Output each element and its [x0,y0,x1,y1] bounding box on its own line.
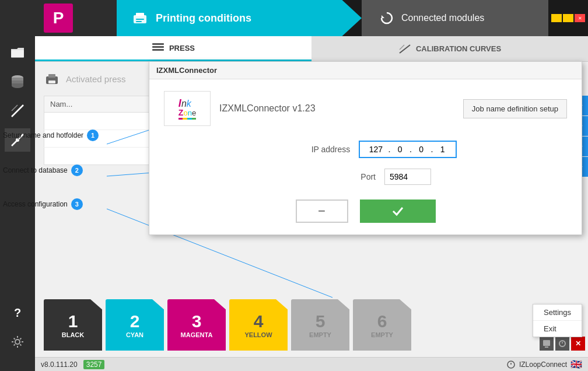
card-label-4: YELLOW [244,331,272,338]
card-label-6: EMPTY [371,331,393,338]
ip-dot-2: . [410,144,412,155]
status-bar: v8.0.111.20 3257 IZLoopConnect 🇬🇧 [35,357,588,371]
connected-modules-label: Connected modules [401,13,484,23]
dialog-body: I n k Z o n e [149,79,582,235]
card-number-5: 5 [316,312,326,331]
dialog-footer: − [164,200,567,223]
status-icon [506,360,516,369]
izxml-dialog: IZXMLConnector I n k Z o [149,61,582,235]
card-number-4: 4 [254,312,264,331]
context-menu-exit[interactable]: Exit [533,321,582,337]
activated-press-label: Activated press [66,74,126,84]
minimize-button[interactable] [551,14,562,22]
card-label-5: EMPTY [309,331,331,338]
sidebar-gear-icon[interactable] [5,330,30,354]
color-card-empty-2[interactable]: 6 EMPTY [353,299,411,351]
color-card-yellow[interactable]: 4 YELLOW [229,299,288,351]
logo-badge: P [44,4,73,33]
svg-line-16 [400,45,404,50]
dialog-header-row: I n k Z o n e [164,91,567,126]
svg-rect-3 [136,21,142,22]
port-label: Port [300,172,376,181]
dialog-minus-button[interactable]: − [296,200,348,223]
svg-rect-23 [543,340,550,346]
color-card-empty-1[interactable]: 5 EMPTY [291,299,349,351]
minus-icon: − [318,204,326,219]
sidebar: ? [0,36,35,371]
sidebar-folder-icon[interactable] [5,41,30,64]
dialog-title: IZXMLConnector [149,62,582,79]
card-label-3: MAGENTA [181,331,213,338]
app-version-area: IZXMLConnector v1.23 [219,103,454,114]
tray-icon-1[interactable] [540,337,554,351]
color-card-magenta[interactable]: 3 MAGENTA [167,299,226,351]
inkzone-logo: I n k Z o n e [164,91,211,126]
refresh-icon [379,10,394,26]
sidebar-calibration1-icon[interactable] [5,99,30,123]
context-menu: Settings Exit [533,304,582,337]
svg-rect-19 [48,80,55,83]
status-izloop: IZLoopConnect [519,360,567,369]
hotfolder-icon [10,132,25,148]
port-row: Port [164,169,567,185]
card-number-2: 2 [130,312,140,331]
printing-icon [131,9,149,27]
ip-field-4[interactable] [435,145,451,154]
connected-modules-tab[interactable]: Connected modules [362,0,548,36]
maximize-button[interactable] [563,14,573,22]
window-controls: ✕ [548,0,588,36]
sidebar-database-icon[interactable] [5,70,30,93]
status-right: IZLoopConnect 🇬🇧 [506,359,582,370]
sub-tabs: PRESS CALIBRATION CURVES [35,36,588,62]
ip-field-1[interactable] [365,145,387,154]
card-label-2: CYAN [126,331,144,338]
press-tab[interactable]: PRESS [35,36,312,61]
ip-field-2[interactable] [392,145,408,154]
svg-rect-13 [152,46,164,48]
svg-rect-24 [545,346,548,348]
context-menu-settings[interactable]: Settings [533,304,582,321]
flag-icon: 🇬🇧 [570,359,582,370]
tray-icon-2[interactable] [555,337,569,351]
printing-conditions-label: Printing conditions [156,12,251,24]
color-cards: 1 BLACK 2 CYAN 3 MAGENTA 4 [44,299,411,351]
status-number: 3257 [83,360,105,369]
tray-icon-3[interactable]: ✕ [571,337,585,351]
ip-input-group: . . . [359,141,456,158]
card-number-6: 6 [377,312,387,331]
svg-rect-18 [48,74,55,78]
close-button[interactable]: ✕ [575,14,585,22]
dialog-confirm-button[interactable] [360,200,436,223]
svg-rect-2 [136,19,144,20]
ip-dot-3: . [430,144,433,155]
sidebar-hotfolder-icon[interactable] [5,128,30,152]
logo-area: P [0,0,117,36]
sidebar-help-icon[interactable]: ? [5,301,30,324]
card-number-1: 1 [68,312,78,331]
press-tab-label: PRESS [169,44,195,52]
ip-field-3[interactable] [413,145,429,154]
header: P Printing conditions Connected modules … [0,0,588,36]
status-version: v8.0.111.20 [41,360,78,369]
svg-rect-12 [152,43,164,45]
press-tab-icon [152,43,164,53]
printer-icon [44,71,60,87]
tray-icons: ✕ [540,337,585,351]
svg-point-10 [16,138,19,142]
color-card-cyan[interactable]: 2 CYAN [106,299,164,351]
svg-point-11 [15,340,20,344]
svg-rect-5 [11,50,24,58]
color-card-black[interactable]: 1 BLACK [44,299,102,351]
job-name-button[interactable]: Job name definition setup [463,99,567,118]
calibration-tab-icon [398,44,411,54]
card-number-3: 3 [192,312,202,331]
card-label-1: BLACK [62,331,85,338]
svg-marker-4 [382,15,384,18]
folder-icon [9,44,26,61]
port-input[interactable] [384,169,431,185]
svg-line-7 [12,105,23,117]
calibration-tab-label: CALIBRATION CURVES [416,44,501,53]
printing-conditions-tab[interactable]: Printing conditions [117,0,362,36]
calibration-tab[interactable]: CALIBRATION CURVES [312,36,588,61]
svg-rect-1 [136,13,144,16]
